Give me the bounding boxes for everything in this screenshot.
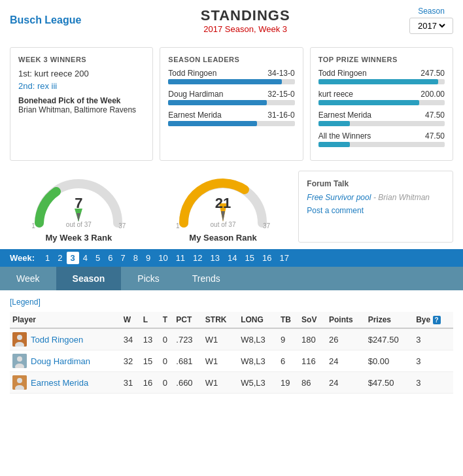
player-name[interactable]: Todd Ringoen (31, 335, 83, 345)
leader-name-score: Earnest Merida 31-16-0 (168, 110, 294, 120)
week-num-15[interactable]: 15 (241, 252, 258, 264)
tab-season[interactable]: Season (56, 267, 122, 290)
season-select[interactable]: 2017 2016 2015 (415, 20, 447, 31)
player-avatar (12, 375, 27, 390)
prize-name: All the Winners (318, 131, 371, 141)
cell-prizes: $0.00 (366, 350, 413, 372)
week-num-7[interactable]: 7 (116, 252, 129, 264)
cell-l: 15 (141, 350, 160, 372)
prize-name-amount: kurt reece 200.00 (318, 90, 445, 99)
player-name[interactable]: Doug Hardiman (31, 356, 90, 366)
season-selector: Season 2017 2016 2015 (409, 7, 453, 34)
week-num-8[interactable]: 8 (129, 252, 142, 264)
leader-name-score: Todd Ringoen 34-13-0 (168, 69, 294, 78)
forum-post-link[interactable]: Post a comment (307, 206, 445, 215)
leader-bar-bg (168, 100, 294, 105)
col-points: Points (326, 312, 366, 328)
week-num-4[interactable]: 4 (79, 252, 92, 264)
cell-tb: 19 (278, 372, 299, 394)
leader-bar-fill (168, 121, 256, 126)
legend-link[interactable]: [Legend] (10, 298, 41, 307)
week-num-5[interactable]: 5 (92, 252, 104, 264)
tab-week[interactable]: Week (0, 267, 56, 290)
season-label: Season (418, 7, 445, 16)
cell-t: 0 (160, 328, 174, 350)
col-long: LONG (238, 312, 278, 328)
col-player: Player (10, 312, 121, 328)
week-num-12[interactable]: 12 (189, 252, 206, 264)
week-num-16[interactable]: 16 (258, 252, 275, 264)
week-num-17[interactable]: 17 (275, 252, 292, 264)
week-winners-card: WEEK 3 WINNERS 1st: kurt reece 200 2nd: … (10, 47, 153, 161)
cell-l: 13 (141, 328, 160, 350)
cell-pct: .681 (173, 350, 203, 372)
season-gauge-title: My Season Rank (189, 233, 256, 243)
forum-title: Forum Talk (307, 179, 445, 188)
prize-bar-fill (318, 100, 420, 105)
forum-card: Forum Talk Free Survivor pool - Brian Wh… (298, 171, 453, 243)
prize-amount: 247.50 (420, 69, 445, 78)
prize-row: kurt reece 200.00 (318, 90, 445, 105)
col-tb: TB (278, 312, 299, 328)
table-row: Doug Hardiman 32 15 0 .681 W1 W8,L3 6 11… (10, 350, 453, 372)
cell-w: 34 (121, 328, 141, 350)
leader-name-score: Doug Hardiman 32-15-0 (168, 90, 294, 99)
leader-name: Todd Ringoen (168, 69, 216, 78)
leader-bar-fill (168, 79, 282, 84)
standings-table: Player W L T PCT STRK LONG TB SoV Points… (10, 312, 453, 394)
week-gauge-container: 7 out of 37 1 37 (26, 171, 131, 230)
player-avatar (12, 332, 27, 347)
week-numbers: 1234567891011121314151617 (41, 253, 293, 263)
prize-list: Todd Ringoen 247.50 kurt reece 200.00 Ea… (318, 69, 445, 147)
player-name[interactable]: Earnest Merida (31, 378, 88, 388)
cell-tb: 6 (278, 350, 299, 372)
table-row: Todd Ringoen 34 13 0 .723 W1 W8,L3 9 180… (10, 328, 453, 350)
week-num-13[interactable]: 13 (207, 252, 224, 264)
header: Busch League STANDINGS 2017 Season, Week… (0, 0, 463, 41)
week-rank-gauge: 7 out of 37 1 37 My Week 3 Rank (10, 171, 148, 243)
week-nav: Week: 1234567891011121314151617 (0, 249, 463, 267)
second-place: 2nd: rex iii (18, 81, 145, 91)
leader-name: Earnest Merida (168, 110, 221, 120)
season-gauge-min: 1 (176, 222, 180, 230)
season-gauge-container: 21 out of 37 1 37 (171, 171, 275, 230)
col-prizes: Prizes (366, 312, 413, 328)
week-num-1[interactable]: 1 (41, 252, 54, 264)
week-num-11[interactable]: 11 (172, 252, 189, 264)
prize-row: All the Winners 47.50 (318, 131, 445, 147)
prize-bar-bg (318, 79, 445, 84)
week-num-9[interactable]: 9 (142, 252, 154, 264)
cell-bye: 3 (413, 328, 453, 350)
bye-help-icon[interactable]: ? (433, 316, 441, 324)
cell-pct: .660 (173, 372, 203, 394)
leader-record: 32-15-0 (267, 90, 294, 99)
player-cell: Todd Ringoen (10, 328, 121, 350)
col-w: W (121, 312, 141, 328)
table-row: Earnest Merida 31 16 0 .660 W1 W5,L3 19 … (10, 372, 453, 394)
svg-marker-3 (221, 211, 225, 222)
prize-name: kurt reece (318, 90, 353, 99)
cell-t: 0 (160, 350, 174, 372)
week-num-6[interactable]: 6 (104, 252, 116, 264)
table-body: Todd Ringoen 34 13 0 .723 W1 W8,L3 9 180… (10, 328, 453, 394)
week-num-10[interactable]: 10 (154, 252, 171, 264)
cell-strk: W1 (203, 328, 238, 350)
season-dropdown[interactable]: 2017 2016 2015 (409, 18, 453, 34)
forum-survivor-link[interactable]: Free Survivor pool (307, 193, 371, 202)
prize-bar-fill (318, 142, 350, 147)
season-gauge-number: 21 (215, 195, 231, 212)
week-num-2[interactable]: 2 (54, 252, 66, 264)
cell-w: 31 (121, 372, 141, 394)
cell-bye: 3 (413, 372, 453, 394)
col-sov: SoV (299, 312, 326, 328)
tabs-row: Week Season Picks Trends (0, 267, 463, 290)
tab-picks[interactable]: Picks (121, 267, 175, 290)
gauges-forum-row: 7 out of 37 1 37 My Week 3 Rank 21 out o… (0, 167, 463, 249)
week-num-14[interactable]: 14 (224, 252, 241, 264)
season-leaders-title: SEASON LEADERS (168, 56, 294, 63)
week-num-3[interactable]: 3 (67, 252, 79, 264)
cell-points: 24 (326, 350, 366, 372)
week-gauge-min: 1 (31, 222, 35, 230)
season-gauge-sub: out of 37 (211, 221, 236, 228)
tab-trends[interactable]: Trends (176, 267, 237, 290)
